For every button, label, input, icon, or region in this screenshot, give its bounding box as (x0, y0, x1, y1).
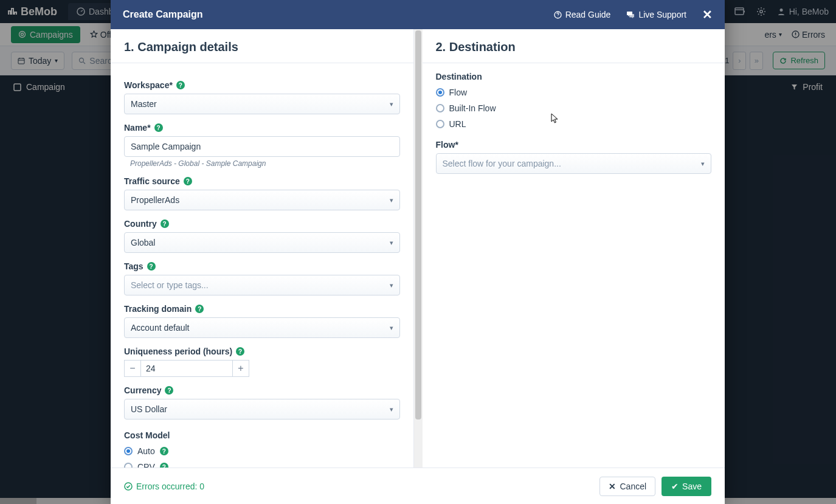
help-icon (554, 11, 562, 19)
radio-icon (436, 88, 444, 97)
country-select[interactable]: Global▾ (124, 232, 400, 253)
section1-title: 1. Campaign details (111, 29, 413, 63)
dest-url-radio[interactable]: URL (436, 119, 712, 129)
tags-label: Tags? (124, 261, 400, 271)
flow-select[interactable]: Select flow for your campaign...▾ (436, 153, 712, 174)
tracking-label: Tracking domain? (124, 304, 400, 314)
dest-flow-radio[interactable]: Flow (436, 88, 712, 97)
name-hint: PropellerAds - Global - Sample Campaign (130, 159, 400, 168)
section2-title: 2. Destination (423, 29, 725, 63)
help-icon[interactable]: ? (176, 81, 185, 89)
currency-label: Currency? (124, 385, 400, 395)
help-icon[interactable]: ? (154, 123, 163, 132)
radio-icon (436, 104, 444, 112)
read-guide-label: Read Guide (565, 10, 611, 19)
flow-label: Flow* (436, 140, 712, 150)
close-icon[interactable]: ✕ (702, 7, 713, 22)
errors-status: Errors occurred: 0 (124, 482, 204, 491)
help-icon[interactable]: ? (165, 386, 173, 395)
country-label: Country? (124, 219, 400, 229)
cost-auto-radio[interactable]: Auto? (124, 446, 400, 456)
check-circle-icon (124, 482, 133, 491)
help-icon[interactable]: ? (160, 463, 168, 468)
cost-cpv-radio[interactable]: CPV? (124, 462, 400, 468)
help-icon[interactable]: ? (184, 177, 192, 185)
modal-header: Create Campaign Read Guide Live Support … (111, 0, 725, 29)
campaign-details-panel: 1. Campaign details Workspace*? Master▾ … (111, 29, 414, 468)
chat-icon (626, 11, 635, 19)
destination-panel: 2. Destination Destination Flow Built-In… (423, 29, 725, 468)
radio-icon (436, 120, 444, 128)
radio-icon (124, 447, 133, 455)
name-label: Name*? (124, 123, 400, 133)
help-icon[interactable]: ? (236, 347, 244, 356)
modal-footer: Errors occurred: 0 ✕Cancel ✔Save (111, 468, 725, 504)
save-label: Save (682, 482, 702, 491)
read-guide-link[interactable]: Read Guide (554, 10, 611, 19)
uniqueness-value[interactable]: 24 (141, 360, 232, 377)
help-icon[interactable]: ? (160, 447, 168, 455)
create-campaign-modal: Create Campaign Read Guide Live Support … (111, 0, 725, 504)
tags-select[interactable]: Select or type tags...▾ (124, 275, 400, 295)
dest-builtin-radio[interactable]: Built-In Flow (436, 103, 712, 113)
live-support-link[interactable]: Live Support (626, 10, 686, 19)
stepper-minus[interactable]: − (124, 360, 141, 377)
tracking-select[interactable]: Account default▾ (124, 317, 400, 338)
destination-heading: Destination (436, 72, 712, 81)
costmodel-label: Cost Model (124, 430, 400, 440)
errors-text: Errors occurred: 0 (136, 482, 204, 491)
workspace-select[interactable]: Master▾ (124, 94, 400, 114)
cancel-label: Cancel (620, 482, 646, 491)
help-icon[interactable]: ? (161, 219, 169, 228)
name-input[interactable]: Sample Campaign (124, 136, 400, 157)
cancel-button[interactable]: ✕Cancel (599, 477, 655, 496)
currency-select[interactable]: US Dollar▾ (124, 399, 400, 419)
uniqueness-stepper: − 24 + (124, 360, 400, 377)
save-button[interactable]: ✔Save (662, 477, 711, 496)
traffic-select[interactable]: PropellerAds▾ (124, 190, 400, 210)
live-support-label: Live Support (638, 10, 686, 19)
modal-title: Create Campaign (123, 9, 203, 20)
workspace-label: Workspace*? (124, 80, 400, 90)
left-scrollbar[interactable] (414, 29, 423, 468)
stepper-plus[interactable]: + (232, 360, 249, 377)
uniqueness-label: Uniqueness period (hours)? (124, 347, 400, 356)
help-icon[interactable]: ? (147, 262, 156, 271)
help-icon[interactable]: ? (195, 305, 204, 313)
traffic-label: Traffic source? (124, 176, 400, 186)
radio-icon (124, 463, 133, 468)
